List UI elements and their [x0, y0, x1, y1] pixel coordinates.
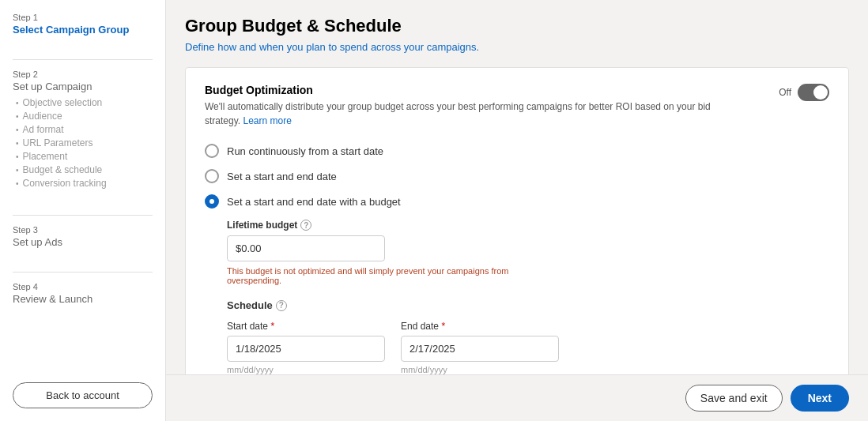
next-button[interactable]: Next [791, 385, 849, 412]
budget-opt-content: Budget Optimization We'll automatically … [205, 84, 766, 128]
radio-circle-start-end [205, 169, 219, 183]
budget-schedule-card: Budget Optimization We'll automatically … [185, 67, 849, 374]
start-date-label: Start date * [227, 321, 385, 332]
start-date-input[interactable] [227, 336, 385, 362]
end-date-label: End date * [401, 321, 559, 332]
step4-title: Review & Launch [13, 293, 153, 305]
radio-group: Run continuously from a start date Set a… [205, 144, 829, 209]
budget-opt-title: Budget Optimization [205, 84, 766, 96]
schedule-section: Schedule ? Start date * mm/dd/yyyy [205, 299, 829, 374]
end-date-hint: mm/dd/yyyy [401, 365, 559, 374]
subitem-placement: Placement [16, 151, 153, 162]
subitem-conversion: Conversion tracking [16, 178, 153, 189]
toggle-area: Off [779, 84, 829, 101]
subitem-adformat: Ad format [16, 124, 153, 135]
radio-start-end-budget[interactable]: Set a start and end date with a budget [205, 194, 829, 209]
schedule-help-icon[interactable]: ? [276, 300, 287, 311]
radio-start-end[interactable]: Set a start and end date [205, 169, 829, 183]
schedule-title-text: Schedule [227, 299, 273, 311]
step2-title: Set up Campaign [13, 81, 153, 92]
lifetime-budget-input[interactable] [227, 235, 385, 261]
budget-optimization-row: Budget Optimization We'll automatically … [205, 84, 829, 128]
toggle-knob [813, 85, 828, 100]
divider3 [13, 272, 153, 273]
page-subtitle: Define how and when you plan to spend ac… [185, 41, 849, 53]
end-date-field: End date * mm/dd/yyyy [401, 321, 559, 374]
step3-block: Step 3 Set up Ads [13, 225, 153, 248]
main-content: Group Budget & Schedule Define how and w… [166, 0, 868, 374]
budget-optimization-toggle[interactable] [798, 84, 829, 101]
radio-label-start-end-budget: Set a start and end date with a budget [227, 196, 401, 208]
footer: Save and exit Next [166, 374, 868, 421]
step3-label: Step 3 [13, 225, 153, 235]
step1-block: Step 1 Select Campaign Group [13, 13, 153, 36]
radio-circle-continuously [205, 144, 219, 158]
radio-circle-start-end-budget [205, 194, 219, 209]
step2-subitems: Objective selection Audience Ad format U… [13, 97, 153, 189]
step1-label: Step 1 [13, 13, 153, 22]
budget-opt-desc: We'll automatically distribute your grou… [205, 100, 719, 128]
subitem-objective: Objective selection [16, 97, 153, 108]
start-date-required: * [270, 321, 274, 332]
lifetime-budget-label: Lifetime budget ? [227, 220, 829, 231]
save-and-exit-button[interactable]: Save and exit [685, 385, 783, 412]
subitem-audience: Audience [16, 111, 153, 122]
back-to-account-button[interactable]: Back to account [13, 382, 153, 408]
subitem-budget: Budget & schedule [16, 164, 153, 175]
step4-label: Step 4 [13, 282, 153, 291]
end-date-required: * [441, 321, 445, 332]
radio-run-continuously[interactable]: Run continuously from a start date [205, 144, 829, 158]
learn-more-link[interactable]: Learn more [243, 115, 291, 126]
lifetime-budget-label-text: Lifetime budget [227, 220, 297, 231]
budget-section: Lifetime budget ? This budget is not opt… [205, 220, 829, 285]
toggle-off-label: Off [779, 87, 791, 98]
page-title: Group Budget & Schedule [185, 16, 849, 36]
lifetime-budget-help-icon[interactable]: ? [300, 220, 311, 231]
date-row: Start date * mm/dd/yyyy End date * [227, 321, 829, 374]
divider1 [13, 59, 153, 60]
sidebar: Step 1 Select Campaign Group Step 2 Set … [0, 0, 166, 421]
radio-label-start-end: Set a start and end date [227, 171, 337, 182]
budget-warning-text: This budget is not optimized and will si… [227, 266, 559, 285]
step4-block: Step 4 Review & Launch [13, 282, 153, 305]
radio-label-continuously: Run continuously from a start date [227, 145, 383, 157]
schedule-title: Schedule ? [227, 299, 829, 311]
end-date-input[interactable] [401, 336, 559, 362]
step2-block: Step 2 Set up Campaign Objective selecti… [13, 70, 153, 191]
subitem-url: URL Parameters [16, 137, 153, 148]
start-date-hint: mm/dd/yyyy [227, 365, 385, 374]
step1-title: Select Campaign Group [13, 24, 153, 36]
start-date-field: Start date * mm/dd/yyyy [227, 321, 385, 374]
step2-label: Step 2 [13, 70, 153, 79]
divider2 [13, 215, 153, 216]
step3-title: Set up Ads [13, 236, 153, 248]
